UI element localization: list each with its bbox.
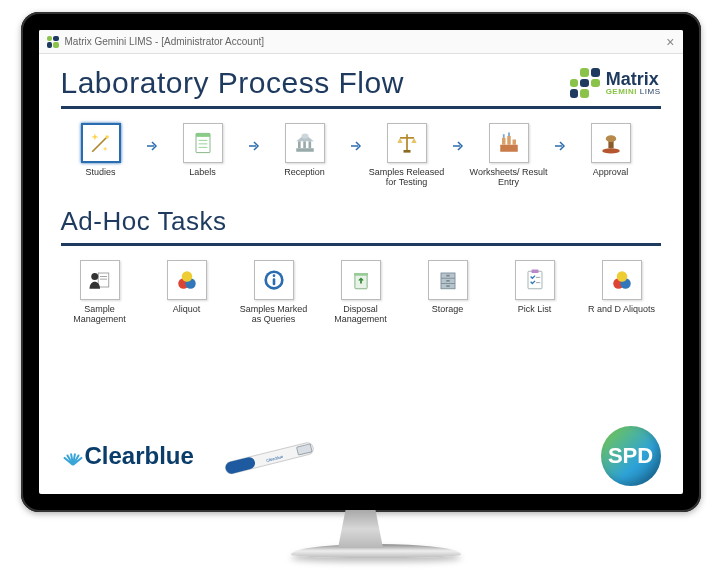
svg-rect-8 [298, 141, 301, 148]
flow-step-studies[interactable]: Studies [61, 123, 141, 177]
footer: Clearblue Clearblue [61, 426, 661, 486]
clearblue-text: Clearblue [85, 442, 194, 470]
window-close-button[interactable]: × [666, 34, 674, 50]
drawers-icon [428, 260, 468, 300]
svg-rect-42 [446, 285, 450, 287]
flow-arrow-icon [451, 139, 465, 157]
flow-step-label: Studies [85, 167, 115, 177]
flow-step-labels[interactable]: Labels [163, 123, 243, 177]
brand-subline: GEMINI LIMS [606, 88, 661, 96]
flow-step-label: Worksheets/ Result Entry [470, 167, 548, 188]
task-rnd-aliquot[interactable]: R and D Aliquots [583, 260, 661, 314]
svg-rect-18 [512, 140, 516, 145]
svg-rect-17 [507, 136, 511, 145]
svg-rect-44 [531, 269, 538, 273]
svg-rect-41 [446, 280, 450, 282]
spheres-icon [167, 260, 207, 300]
brand-logo-mark [570, 68, 600, 98]
task-label: Sample Management [61, 304, 139, 325]
flow-arrow-icon [349, 139, 363, 157]
svg-point-21 [602, 148, 620, 153]
app-icon [47, 36, 59, 48]
spd-logo: SPD [601, 426, 661, 486]
svg-point-23 [605, 135, 616, 142]
task-storage[interactable]: Storage [409, 260, 487, 314]
brand-name: Matrix [606, 70, 661, 88]
svg-rect-16 [502, 138, 506, 145]
wand-icon [81, 123, 121, 163]
svg-rect-9 [303, 141, 306, 148]
flow-step-worksheet[interactable]: Worksheets/ Result Entry [469, 123, 549, 188]
flow-step-label: Reception [284, 167, 325, 177]
person-paper-icon [80, 260, 120, 300]
scales-icon [387, 123, 427, 163]
window-titlebar: Matrix Gemini LIMS - [Administrator Acco… [39, 30, 683, 54]
svg-point-11 [301, 133, 308, 138]
checklist-icon [515, 260, 555, 300]
svg-rect-10 [308, 141, 311, 148]
process-flow-row: Studies Labels Reception Samples Release… [61, 123, 661, 188]
svg-point-27 [91, 273, 98, 280]
svg-rect-15 [500, 145, 518, 152]
task-aliquot[interactable]: Aliquot [148, 260, 226, 314]
flow-step-label: Samples Released for Testing [368, 167, 446, 188]
clearblue-logo: Clearblue [61, 442, 194, 470]
svg-rect-36 [354, 273, 368, 276]
flow-arrow-icon [247, 139, 261, 157]
task-label: Disposal Management [322, 304, 400, 325]
svg-point-30 [181, 271, 192, 282]
lab-icon [489, 123, 529, 163]
clearblue-rays-icon [61, 445, 83, 467]
main-content: Laboratory Process Flow Matrix GEMINI LI… [39, 54, 683, 494]
process-flow-heading: Laboratory Process Flow [61, 66, 404, 100]
task-picklist[interactable]: Pick List [496, 260, 574, 314]
adhoc-heading: Ad-Hoc Tasks [61, 206, 661, 237]
divider [61, 106, 661, 109]
task-label: Storage [432, 304, 464, 314]
info-icon [254, 260, 294, 300]
svg-rect-24 [98, 273, 109, 287]
flow-arrow-icon [145, 139, 159, 157]
adhoc-tasks-row: Sample Management Aliquot Samples Marked… [61, 260, 661, 325]
task-label: Samples Marked as Queries [235, 304, 313, 325]
app-window: Matrix Gemini LIMS - [Administrator Acco… [39, 30, 683, 494]
flow-arrow-icon [553, 139, 567, 157]
task-queries[interactable]: Samples Marked as Queries [235, 260, 313, 325]
monitor-stand [291, 510, 431, 565]
recycle-bin-icon [341, 260, 381, 300]
svg-line-0 [92, 138, 106, 152]
task-sample-mgmt[interactable]: Sample Management [61, 260, 139, 325]
svg-point-1 [105, 135, 109, 139]
task-label: R and D Aliquots [588, 304, 655, 314]
svg-rect-19 [502, 134, 504, 138]
task-label: Aliquot [173, 304, 201, 314]
window-title: Matrix Gemini LIMS - [Administrator Acco… [65, 36, 265, 47]
task-disposal[interactable]: Disposal Management [322, 260, 400, 325]
svg-rect-3 [196, 133, 210, 137]
test-device-image: Clearblue [214, 437, 334, 475]
document-icon [183, 123, 223, 163]
stamp-icon [591, 123, 631, 163]
flow-step-label: Labels [189, 167, 216, 177]
divider [61, 243, 661, 246]
svg-rect-34 [272, 278, 275, 285]
monitor-frame: Matrix Gemini LIMS - [Administrator Acco… [21, 12, 701, 512]
flow-step-approval[interactable]: Approval [571, 123, 651, 177]
brand-logo: Matrix GEMINI LIMS [570, 68, 661, 98]
task-label: Pick List [518, 304, 552, 314]
svg-rect-40 [446, 274, 450, 276]
capitol-icon [285, 123, 325, 163]
svg-point-33 [272, 274, 275, 277]
flow-step-released[interactable]: Samples Released for Testing [367, 123, 447, 188]
svg-point-49 [616, 271, 627, 282]
svg-rect-14 [403, 150, 410, 153]
spheres-icon [602, 260, 642, 300]
flow-step-label: Approval [593, 167, 629, 177]
svg-rect-43 [528, 271, 542, 289]
svg-rect-20 [508, 133, 510, 137]
svg-rect-7 [296, 148, 314, 152]
flow-step-reception[interactable]: Reception [265, 123, 345, 177]
